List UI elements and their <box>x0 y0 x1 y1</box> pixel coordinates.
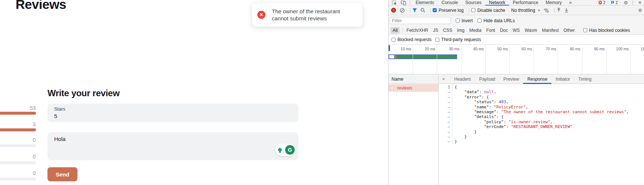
detail-tab-headers[interactable]: Headers <box>450 74 475 84</box>
grammarly-widget[interactable]: G <box>275 144 295 156</box>
timeline-tick-label: 80 ms <box>570 47 581 51</box>
comment-value: Hola <box>54 136 292 142</box>
detail-tab-response[interactable]: Response <box>523 74 551 84</box>
fold-marker-icon[interactable]: – <box>439 130 452 134</box>
rating-bar <box>0 144 36 147</box>
fold-marker-icon[interactable]: – <box>439 134 452 139</box>
import-har-icon[interactable] <box>557 8 561 13</box>
filter-chip-img[interactable]: Img <box>457 28 465 33</box>
close-detail-icon[interactable]: × <box>442 77 445 82</box>
filter-chip-manifest[interactable]: Manifest <box>542 28 559 33</box>
filter-chip-fetchxhr[interactable]: Fetch/XHR <box>406 28 428 33</box>
filter-chip-ws[interactable]: WS <box>513 28 520 33</box>
filter-chip-doc[interactable]: Doc <box>500 28 508 33</box>
clear-network-log-icon[interactable] <box>400 8 405 13</box>
error-count-badge[interactable]: ✕ 2 <box>597 0 607 5</box>
detail-tab-payload[interactable]: Payload <box>475 74 499 84</box>
name-column-header[interactable]: Name <box>389 74 439 84</box>
preserve-log-checkbox[interactable] <box>433 8 437 12</box>
divider <box>410 8 410 13</box>
third-party-requests-checkbox[interactable] <box>435 38 439 42</box>
rating-bar <box>0 161 36 164</box>
request-row-reviews[interactable]: reviews <box>389 84 438 92</box>
search-icon[interactable] <box>420 8 425 13</box>
rating-count: 0 <box>0 154 36 159</box>
grammarly-icon[interactable]: G <box>285 145 295 155</box>
disable-cache-label: Disable cache <box>477 8 505 13</box>
fold-marker-icon[interactable]: – <box>439 105 452 110</box>
stars-field[interactable]: Stars 5 <box>47 104 298 122</box>
network-overview-timeline[interactable]: 10 ms20 ms30 ms40 ms50 ms60 ms70 ms80 ms… <box>389 45 644 74</box>
has-blocked-cookies-checkbox[interactable] <box>583 28 587 32</box>
export-har-icon[interactable] <box>564 8 569 13</box>
disable-cache-checkbox[interactable] <box>471 8 475 12</box>
device-toolbar-icon[interactable] <box>401 0 406 5</box>
devtools-tab-sources[interactable]: Sources <box>462 0 485 6</box>
timeline-tick: 20 ms <box>413 45 437 74</box>
code-line: – "error": { <box>439 95 644 100</box>
issues-count-badge[interactable]: 2 <box>609 0 620 5</box>
fold-marker-icon[interactable]: – <box>439 124 452 129</box>
filter-chip-css[interactable]: CSS <box>443 28 452 33</box>
fold-marker-icon[interactable]: – <box>439 139 452 144</box>
fold-marker-icon[interactable]: – <box>439 100 452 104</box>
throttling-select[interactable]: No throttling <box>511 8 535 13</box>
chevron-down-icon: ▾ <box>538 9 540 12</box>
response-viewer[interactable]: 1{– "data": null,– "error": {– "status":… <box>439 84 644 185</box>
filter-chip-all[interactable]: All <box>390 27 400 34</box>
filter-chip-js[interactable]: JS <box>433 28 438 33</box>
filter-chip-wasm[interactable]: Wasm <box>525 28 537 33</box>
filter-funnel-icon[interactable] <box>412 8 417 13</box>
fold-marker-icon[interactable]: – <box>439 95 452 100</box>
devtools-tab-network[interactable]: Network <box>485 0 509 6</box>
settings-gear-icon[interactable]: ⚙ <box>624 0 628 6</box>
error-circle-icon: ✕ <box>257 11 265 19</box>
preserve-log-label: Preserve log <box>439 8 463 13</box>
send-button[interactable]: Send <box>47 167 77 181</box>
detail-tab-initiator[interactable]: Initiator <box>551 74 574 84</box>
gutter-divider <box>452 85 452 90</box>
screenshot-canvas: Reviews ✕ The owner of the restaurant ca… <box>0 0 644 185</box>
fold-marker-icon[interactable]: – <box>439 110 452 114</box>
filter-chip-other[interactable]: Other <box>564 28 575 33</box>
divider <box>554 8 555 13</box>
detail-tab-timing[interactable]: Timing <box>574 74 596 84</box>
devtools-tab-performance[interactable]: Performance <box>509 0 542 6</box>
record-network-log-button[interactable] <box>391 8 396 13</box>
suggestion-bulb-icon[interactable] <box>275 145 284 154</box>
resource-type-filters: AllFetch/XHRJSCSSImgMediaFontDocWSWasmMa… <box>389 26 644 35</box>
filter-chip-media[interactable]: Media <box>469 28 482 33</box>
hide-data-urls-checkbox[interactable] <box>478 18 482 23</box>
filter-chip-font[interactable]: Font <box>486 28 495 33</box>
network-settings-gear-icon[interactable]: ⚙ <box>638 8 642 13</box>
gutter-divider <box>452 90 452 94</box>
has-blocked-cookies-label: Has blocked cookies <box>589 28 630 33</box>
invert-checkbox[interactable] <box>456 18 460 23</box>
filter-input[interactable] <box>390 17 451 24</box>
timeline-tick-label: 50 ms <box>497 47 508 51</box>
fold-marker-icon[interactable]: – <box>439 90 452 94</box>
devtools-tab-console[interactable]: Console <box>438 0 462 6</box>
comment-textarea[interactable]: Hola <box>47 132 298 160</box>
blocked-requests-label: Blocked requests <box>397 37 432 42</box>
toast-message: The owner of the restaurant cannot submi… <box>272 8 357 22</box>
kebab-menu-icon[interactable]: ⋮ <box>631 0 635 5</box>
rating-count: 3 <box>0 121 36 127</box>
rating-bar <box>0 112 36 115</box>
devtools-tab-memory[interactable]: Memory <box>542 0 565 6</box>
request-detail-tabs: × HeadersPayloadPreviewResponseInitiator… <box>439 74 644 84</box>
filter-bar: Invert Hide data URLs <box>389 15 644 26</box>
more-tabs-button[interactable]: » <box>565 0 575 6</box>
gutter-divider <box>452 139 452 144</box>
network-conditions-icon[interactable] <box>544 8 549 13</box>
detail-tab-preview[interactable]: Preview <box>499 74 524 84</box>
blocked-requests-checkbox[interactable] <box>392 38 396 42</box>
timeline-tick: 80 ms <box>558 45 582 74</box>
gutter-divider <box>452 120 452 124</box>
fold-marker-icon[interactable]: – <box>439 120 452 124</box>
inspect-element-icon[interactable] <box>392 0 397 5</box>
fold-marker-icon[interactable]: – <box>439 114 452 119</box>
devtools-tab-elements[interactable]: Elements <box>412 0 438 6</box>
divider <box>410 0 410 5</box>
close-devtools-icon[interactable]: ✕ <box>638 0 642 5</box>
